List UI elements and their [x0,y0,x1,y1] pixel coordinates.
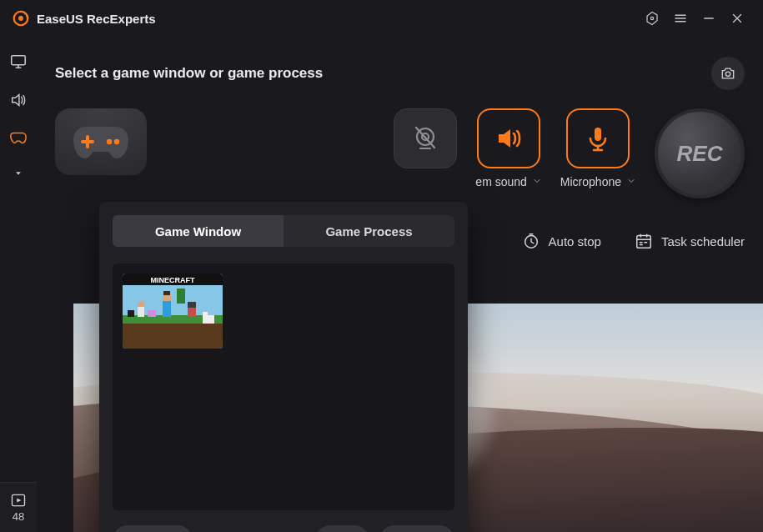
speaker-icon [9,91,28,109]
thumbnail-area: MINECRAFT [113,263,454,510]
cancel-button[interactable]: Cancel [379,525,454,532]
record-button[interactable]: REC [655,108,745,198]
system-sound-button[interactable] [477,108,540,168]
gamepad-tile[interactable] [55,108,147,175]
titlebar: EaseUS RecExperts [0,0,763,37]
svg-rect-28 [177,289,185,304]
controls-row: em sound Micr [37,93,763,203]
svg-rect-22 [138,302,144,307]
microphone-icon [581,122,615,155]
auto-stop-label: Auto stop [549,234,601,248]
svg-point-6 [107,139,112,144]
auto-stop-button[interactable]: Auto stop [522,232,601,250]
system-sound-label: em sound [475,175,526,188]
gamepad-icon [9,130,28,147]
svg-rect-10 [595,128,601,141]
menu-button[interactable] [666,4,695,33]
sidebar-item-audio[interactable] [8,90,28,110]
task-scheduler-button[interactable]: Task scheduler [635,232,745,250]
sidebar-item-screen[interactable] [8,52,28,72]
webcam-off-icon [409,122,442,155]
recordings-count: 48 [13,510,24,523]
refresh-button[interactable]: Refresh [113,525,193,532]
modal-tabs: Game Window Game Process [113,215,454,247]
chevron-down-icon [532,175,542,188]
app-window: EaseUS RecExperts [0,0,763,532]
task-scheduler-label: Task scheduler [661,234,745,248]
calendar-icon [635,232,653,250]
svg-rect-3 [12,56,26,65]
tab-game-process[interactable]: Game Process [284,215,454,247]
app-logo-icon [12,9,30,28]
svg-rect-29 [128,310,134,317]
svg-point-7 [114,139,119,144]
microphone-dropdown[interactable]: Microphone [560,175,636,188]
screenshot-button[interactable] [711,57,745,90]
chevron-down-icon [626,175,636,188]
sidebar-item-game[interactable] [8,128,28,148]
chevron-down-icon [13,168,24,179]
modal-footer: Refresh OK Cancel [113,525,454,532]
main-header: Select a game window or game process [37,37,763,93]
hexagon-gear-icon [645,11,660,26]
minimize-button[interactable] [695,4,723,33]
close-icon [730,11,745,26]
svg-rect-23 [188,307,196,317]
tab-game-window[interactable]: Game Window [113,215,284,247]
record-button-label: REC [677,141,723,167]
svg-rect-27 [148,310,156,317]
sidebar-recordings[interactable]: 48 [0,482,37,532]
game-thumbnail[interactable]: MINECRAFT [123,274,223,349]
sidebar: 48 [0,37,37,532]
hamburger-icon [673,11,688,26]
sound-on-icon [492,122,525,155]
microphone-button[interactable] [566,108,630,168]
system-sound-dropdown[interactable]: em sound [475,175,541,188]
monitor-icon [9,53,28,71]
sidebar-chevron-down[interactable] [8,163,28,183]
svg-rect-20 [163,291,170,295]
webcam-option [394,108,457,168]
svg-rect-24 [188,302,196,308]
system-sound-option: em sound [475,108,541,188]
svg-rect-21 [138,305,144,317]
clock-icon [522,232,540,250]
camera-icon [720,65,736,82]
gamepad-large-icon [69,118,133,165]
page-title: Select a game window or game process [55,65,323,82]
microphone-label: Microphone [560,175,621,188]
ok-button[interactable]: OK [315,525,369,532]
svg-point-1 [18,16,23,21]
svg-point-2 [650,17,653,19]
webcam-button[interactable] [394,108,457,168]
game-selector-modal: Game Window Game Process MINECRAFT [99,202,468,532]
svg-rect-16 [123,319,223,349]
settings-button[interactable] [638,4,666,33]
app-title: EaseUS RecExperts [37,12,156,26]
svg-rect-18 [163,299,171,317]
close-button[interactable] [723,4,751,33]
video-file-icon [10,492,27,509]
minimize-icon [701,11,716,26]
main-area: Select a game window or game process [37,37,763,532]
microphone-option: Microphone [560,108,636,188]
svg-rect-12 [637,236,651,248]
svg-point-5 [725,72,730,76]
minecraft-thumbnail-icon: MINECRAFT [123,274,223,349]
svg-text:MINECRAFT: MINECRAFT [151,276,195,284]
svg-rect-26 [203,312,208,317]
